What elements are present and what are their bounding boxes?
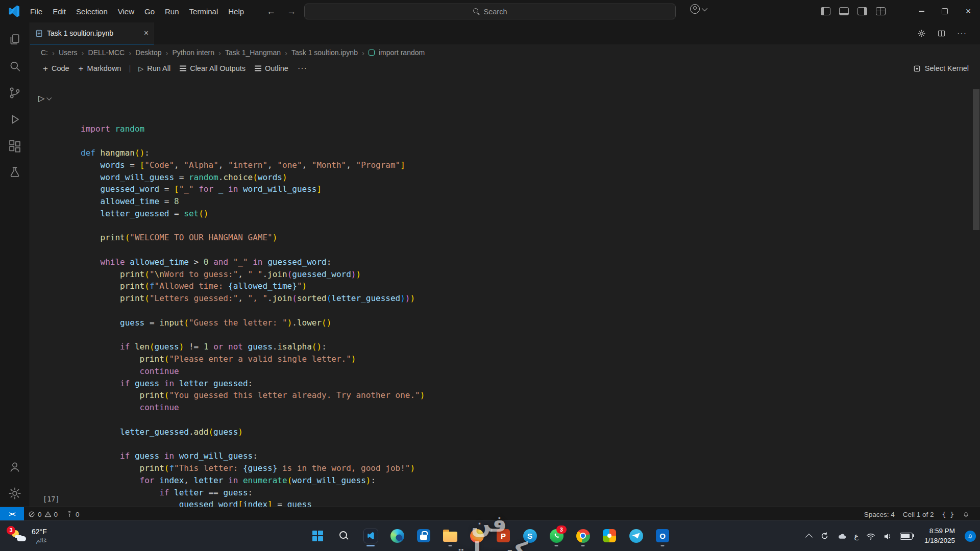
- run-all-button[interactable]: ▷Run All: [134, 63, 175, 74]
- plus-icon: +: [43, 64, 48, 73]
- taskbar-search-button[interactable]: [333, 524, 355, 547]
- testing-flask-icon[interactable]: [3, 159, 27, 186]
- back-icon[interactable]: ←: [266, 6, 276, 17]
- toggle-panel-icon[interactable]: [839, 7, 849, 15]
- tray-date: 1/18/2025: [924, 536, 955, 545]
- ports-status[interactable]: 0: [62, 507, 84, 521]
- windows-logo-icon: [312, 531, 323, 541]
- clear-all-outputs-button[interactable]: Clear All Outputs: [175, 63, 250, 74]
- tab-bar: Task 1 soultion.ipynb × ···: [30, 22, 980, 44]
- tab-close-icon[interactable]: ×: [144, 29, 149, 38]
- start-button[interactable]: [306, 524, 329, 547]
- split-editor-icon[interactable]: [937, 29, 946, 38]
- maximize-button[interactable]: [933, 0, 957, 22]
- status-bar: >< 0 0 0 Spaces: 4 Cell 1 of 2 { }: [0, 507, 980, 521]
- powerpoint-button[interactable]: P: [492, 524, 514, 547]
- language-braces-icon[interactable]: { }: [938, 511, 958, 518]
- extensions-icon[interactable]: [3, 133, 27, 159]
- breadcrumb-task1-hangman[interactable]: Task 1_Hangman: [225, 48, 281, 57]
- cell-position-status[interactable]: Cell 1 of 2: [899, 511, 938, 518]
- menu-help[interactable]: Help: [223, 5, 249, 18]
- edge-button[interactable]: [386, 524, 408, 547]
- breadcrumb-users[interactable]: Users: [59, 48, 78, 57]
- tab-task1-solution[interactable]: Task 1 soultion.ipynb ×: [30, 22, 154, 44]
- microsoft-store-button[interactable]: [412, 524, 435, 547]
- search-sidebar-icon[interactable]: [3, 53, 27, 80]
- profile-icon[interactable]: [690, 4, 706, 14]
- minimize-button[interactable]: [910, 0, 933, 22]
- menu-go[interactable]: Go: [139, 5, 160, 18]
- indentation-status[interactable]: Spaces: 4: [860, 511, 899, 518]
- run-options-chevron-icon: [47, 95, 52, 101]
- outline-button[interactable]: Outline: [250, 63, 293, 74]
- source-control-icon[interactable]: [3, 80, 27, 106]
- command-center-search[interactable]: Search: [304, 4, 676, 19]
- symbol-icon: [369, 49, 375, 56]
- menu-edit[interactable]: Edit: [47, 5, 71, 18]
- powerpoint-icon: P: [497, 529, 510, 542]
- system-tray: ع 8:59 PM 1/18/2025: [807, 521, 976, 551]
- vscode-taskbar-button[interactable]: [359, 524, 382, 547]
- taskbar-clock[interactable]: 8:59 PM 1/18/2025: [924, 527, 955, 545]
- explorer-icon[interactable]: [3, 27, 27, 53]
- input-language-indicator[interactable]: ع: [854, 532, 859, 540]
- forward-icon[interactable]: →: [287, 6, 296, 17]
- firefox-button[interactable]: [465, 524, 488, 547]
- wifi-icon[interactable]: [866, 532, 875, 540]
- breadcrumb-python-intern[interactable]: Python intern: [173, 48, 215, 57]
- editor-more-actions-icon[interactable]: ···: [957, 29, 967, 38]
- chrome-button[interactable]: [572, 524, 594, 547]
- edge-icon: [390, 529, 404, 543]
- settings-gear-icon[interactable]: [3, 480, 27, 507]
- hidden-icons-chevron-icon[interactable]: [805, 534, 812, 541]
- file-explorer-button[interactable]: [439, 524, 461, 547]
- select-kernel-button[interactable]: Select Kernel: [909, 63, 980, 74]
- editor-scrollbar[interactable]: [973, 89, 979, 230]
- breadcrumb-symbol[interactable]: import random: [379, 48, 425, 57]
- whatsapp-button[interactable]: 3: [545, 524, 568, 547]
- photos-button[interactable]: [598, 524, 621, 547]
- chrome-icon: [576, 529, 590, 543]
- volume-icon[interactable]: [883, 532, 892, 540]
- outlook-button[interactable]: O: [651, 524, 674, 547]
- toggle-secondary-sidebar-icon[interactable]: [857, 7, 867, 15]
- telegram-button[interactable]: [625, 524, 647, 547]
- breadcrumb-dell-mcc[interactable]: DELL-MCC: [88, 48, 125, 57]
- ports-count: 0: [76, 511, 80, 518]
- toggle-sidebar-icon[interactable]: [821, 7, 830, 15]
- customize-layout-icon[interactable]: [876, 7, 886, 15]
- menu-bar: File Edit Selection View Go Run Terminal…: [25, 5, 249, 18]
- menu-file[interactable]: File: [25, 5, 47, 18]
- breadcrumb-file[interactable]: Task 1 soultion.ipynb: [291, 48, 358, 57]
- onedrive-cloud-icon[interactable]: [837, 532, 847, 540]
- menu-selection[interactable]: Selection: [71, 5, 113, 18]
- sync-icon[interactable]: [820, 532, 829, 540]
- breadcrumb-drive[interactable]: C:: [41, 48, 48, 57]
- breadcrumb-desktop[interactable]: Desktop: [135, 48, 161, 57]
- notebook-settings-gear-icon[interactable]: [917, 29, 926, 38]
- accounts-icon[interactable]: [3, 454, 27, 480]
- folder-icon: [443, 532, 457, 542]
- add-code-cell-button[interactable]: +Code: [38, 63, 74, 74]
- notification-bell-badge[interactable]: [965, 531, 976, 542]
- skype-icon: S: [523, 529, 537, 543]
- problems-status[interactable]: 0 0: [24, 507, 62, 521]
- skype-button[interactable]: S: [519, 524, 541, 547]
- notifications-bell-icon[interactable]: [958, 511, 974, 518]
- remote-indicator[interactable]: ><: [0, 507, 24, 521]
- toolbar-more-actions-icon[interactable]: ···: [293, 62, 312, 74]
- toolbar-separator: |: [129, 64, 131, 72]
- run-debug-icon[interactable]: [3, 106, 27, 133]
- run-cell-button[interactable]: ▷: [38, 93, 51, 103]
- code-cell[interactable]: import random def hangman(): words = ["C…: [81, 98, 425, 507]
- vscode-logo-icon: [7, 5, 20, 18]
- menu-run[interactable]: Run: [160, 5, 184, 18]
- menu-view[interactable]: View: [113, 5, 139, 18]
- widgets-weather-button[interactable]: 3 62°F غائم: [6, 521, 51, 551]
- add-markdown-cell-button[interactable]: +Markdown: [74, 63, 126, 74]
- close-button[interactable]: ×: [957, 0, 980, 22]
- firefox-icon: [470, 529, 484, 543]
- run-all-icon: ▷: [138, 65, 143, 72]
- battery-icon[interactable]: [900, 533, 913, 540]
- menu-terminal[interactable]: Terminal: [184, 5, 224, 18]
